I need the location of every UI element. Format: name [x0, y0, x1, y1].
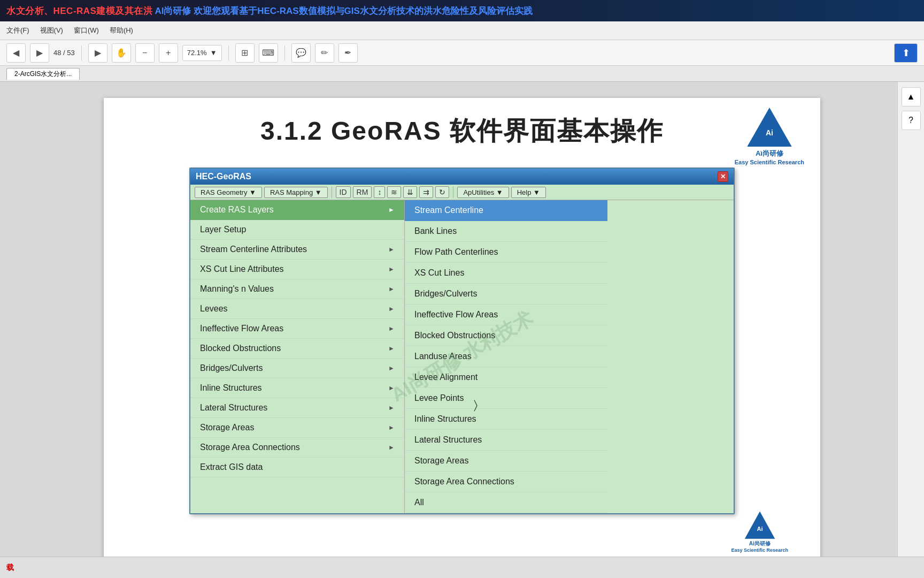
zoom-control[interactable]: 72.1% ▼ — [182, 45, 222, 61]
comment-button[interactable]: 💬 — [291, 43, 311, 63]
arrow-icon-11: ► — [388, 424, 395, 431]
left-item-xs-cut-line-attrs[interactable]: XS Cut Line Attributes ► — [190, 260, 404, 279]
hec-icon-rm[interactable]: RM — [353, 186, 372, 198]
left-item-ineffective-flow[interactable]: Ineffective Flow Areas ► — [190, 319, 404, 339]
hec-menu-ap-utilities[interactable]: ApUtilities ▼ — [457, 187, 509, 198]
hec-window-title: HEC-GeoRAS — [196, 172, 251, 181]
menu-bar: 文件(F) 视图(V) 窗口(W) 帮助(H) — [0, 21, 924, 40]
arrow-icon-5: ► — [388, 305, 395, 313]
hec-icon-layers[interactable]: ≋ — [387, 186, 401, 198]
left-item-layer-setup[interactable]: Layer Setup — [190, 220, 404, 240]
left-item-create-ras-layers[interactable]: Create RAS Layers ► — [190, 200, 404, 220]
hec-icon-updown[interactable]: ↕ — [374, 186, 385, 198]
svg-text:Ai: Ai — [757, 526, 763, 532]
toolbar-separator-1 — [81, 45, 82, 60]
right-item-levee-alignment[interactable]: Levee Alignment — [405, 367, 607, 388]
logo-triangle-icon: Ai — [745, 106, 794, 149]
menu-view[interactable]: 视图(V) — [40, 26, 63, 35]
arrow-icon: ► — [388, 206, 395, 214]
slide-title: 3.1.2 GeoRAS 软件界面基本操作 — [104, 98, 820, 159]
right-item-storage-areas[interactable]: Storage Areas — [405, 451, 607, 471]
logo-bottom-right: Ai Aì尚研修 Easy Scientific Research — [731, 511, 788, 553]
arrow-icon-8: ► — [388, 364, 395, 372]
sidebar-scroll-up[interactable]: ▲ — [902, 87, 921, 107]
menu-window[interactable]: 窗口(W) — [74, 26, 99, 35]
hec-icon-refresh[interactable]: ↻ — [435, 186, 449, 198]
right-item-storage-area-connections[interactable]: Storage Area Connections — [405, 471, 607, 492]
select-tool-button[interactable]: ▶ — [88, 43, 107, 63]
pen-button[interactable]: ✏ — [315, 43, 334, 63]
right-item-ineffective-flow-areas[interactable]: Ineffective Flow Areas — [405, 305, 607, 325]
signature-button[interactable]: ✒ — [338, 43, 358, 63]
hec-menubar: RAS Geometry ▼ RAS Mapping ▼ ID RM ↕ ≋ ⇊… — [190, 185, 734, 200]
hand-tool-button[interactable]: ✋ — [112, 43, 131, 63]
toolbar: ◀ ▶ 48 / 53 ▶ ✋ − + 72.1% ▼ ⊞ ⌨ 💬 ✏ ✒ ⬆ — [0, 40, 924, 66]
hec-georas-window: HEC-GeoRAS ✕ RAS Geometry ▼ RAS Mapping … — [189, 168, 735, 514]
left-item-lateral-structures[interactable]: Lateral Structures ► — [190, 398, 404, 418]
arrow-icon-7: ► — [388, 345, 395, 352]
hec-icon-flow2[interactable]: ⇉ — [419, 186, 433, 198]
left-item-stream-centerline-attrs[interactable]: Stream Centerline Attributes ► — [190, 240, 404, 260]
keyboard-button[interactable]: ⌨ — [259, 43, 278, 63]
hec-icon-flow1[interactable]: ⇊ — [403, 186, 417, 198]
right-sidebar: ▲ ? — [897, 82, 924, 578]
hec-menu-separator-2 — [453, 186, 453, 198]
left-menu-panel: Create RAS Layers ► Layer Setup Stream C… — [190, 200, 404, 513]
zoom-in-button[interactable]: + — [159, 43, 178, 63]
right-item-xs-cut-lines[interactable]: XS Cut Lines — [405, 263, 607, 284]
hec-menu-separator-1 — [332, 186, 332, 198]
left-item-storage-area-connections[interactable]: Storage Area Connections ► — [190, 438, 404, 458]
sidebar-help[interactable]: ? — [902, 111, 921, 130]
left-item-bridges-culverts[interactable]: Bridges/Culverts ► — [190, 359, 404, 378]
top-bar-title: 水文分析、HEC-RAS建模及其在洪 — [6, 5, 152, 17]
tab-row: 2-ArcGIS水文分析... — [0, 66, 924, 82]
slide-area: 3.1.2 GeoRAS 软件界面基本操作 Ai Aì尚研修 Easy Scie… — [104, 98, 820, 578]
arrow-icon-3: ► — [388, 265, 395, 273]
right-item-levee-points[interactable]: Levee Points — [405, 388, 607, 409]
left-item-mannings-n[interactable]: Manning's n Values ► — [190, 279, 404, 299]
hec-titlebar: HEC-GeoRAS ✕ — [190, 169, 734, 185]
zoom-dropdown-icon: ▼ — [210, 49, 217, 57]
toolbar-separator-2 — [228, 45, 229, 60]
right-item-lateral-structures[interactable]: Lateral Structures — [405, 430, 607, 451]
left-item-inline-structures[interactable]: Inline Structures ► — [190, 378, 404, 398]
top-bar: 水文分析、HEC-RAS建模及其在洪 AI尚研修 欢迎您观看基于HEC-RAS数… — [0, 0, 924, 21]
bottom-status-text: 载 — [6, 563, 14, 573]
zoom-out-button[interactable]: − — [135, 43, 155, 63]
menu-help[interactable]: 帮助(H) — [110, 26, 133, 35]
svg-text:Ai: Ai — [766, 128, 773, 137]
tab-arcgis[interactable]: 2-ArcGIS水文分析... — [6, 68, 80, 80]
right-item-blocked-obstructions[interactable]: Blocked Obstructions — [405, 325, 607, 346]
next-page-button[interactable]: ▶ — [30, 43, 49, 63]
left-item-storage-areas[interactable]: Storage Areas ► — [190, 418, 404, 438]
hec-menu-ras-mapping[interactable]: RAS Mapping ▼ — [264, 187, 328, 198]
logo-text: Aì尚研修 Easy Scientific Research — [735, 149, 804, 167]
arrow-icon-10: ► — [388, 404, 395, 412]
right-item-flow-path-centerlines[interactable]: Flow Path Centerlines — [405, 242, 607, 263]
hec-menu-ras-geometry[interactable]: RAS Geometry ▼ — [195, 187, 262, 198]
fit-page-button[interactable]: ⊞ — [235, 43, 255, 63]
top-bar-subtitle: AI尚研修 欢迎您观看基于HEC-RAS数值模拟与GIS水文分析技术的洪水危险性… — [155, 5, 532, 17]
left-item-levees[interactable]: Levees ► — [190, 299, 404, 319]
right-item-inline-structures[interactable]: Inline Structures — [405, 409, 607, 430]
hec-menu-help[interactable]: Help ▼ — [511, 187, 546, 198]
prev-page-button[interactable]: ◀ — [6, 43, 26, 63]
right-item-landuse-areas[interactable]: Landuse Areas — [405, 346, 607, 367]
left-item-blocked-obstructions[interactable]: Blocked Obstructions ► — [190, 339, 404, 359]
right-item-stream-centerline[interactable]: Stream Centerline — [405, 200, 607, 221]
right-submenu-panel: Stream Centerline Bank Lines Flow Path C… — [404, 200, 607, 513]
arrow-icon-4: ► — [388, 285, 395, 293]
bottom-bar: 载 — [0, 557, 924, 578]
bottom-logo-triangle-icon: Ai — [744, 511, 776, 540]
right-item-bank-lines[interactable]: Bank Lines — [405, 221, 607, 242]
toolbar-separator-3 — [284, 45, 285, 60]
menu-file[interactable]: 文件(F) — [6, 26, 29, 35]
right-item-bridges-culverts[interactable]: Bridges/Culverts — [405, 284, 607, 305]
left-item-extract-gis-data[interactable]: Extract GIS data — [190, 458, 404, 477]
main-content: 3.1.2 GeoRAS 软件界面基本操作 Ai Aì尚研修 Easy Scie… — [0, 82, 924, 578]
hec-body: AI尚研修 水利技术 Create RAS Layers ► Layer Set… — [190, 200, 734, 513]
right-item-all[interactable]: All — [405, 492, 607, 513]
hec-close-button[interactable]: ✕ — [718, 171, 728, 182]
hec-icon-id[interactable]: ID — [336, 186, 351, 198]
share-button[interactable]: ⬆ — [894, 43, 918, 63]
